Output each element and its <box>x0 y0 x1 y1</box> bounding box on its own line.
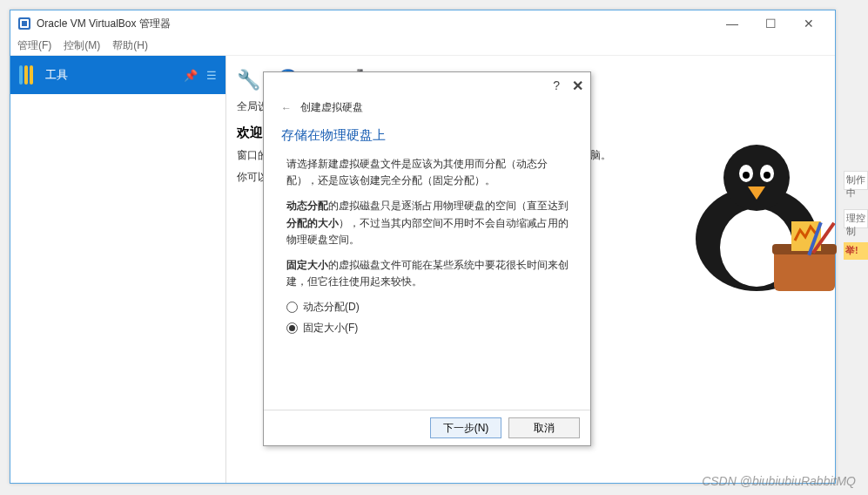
radio-fixed[interactable]: 固定大小(F) <box>286 320 573 336</box>
dialog-heading: 存储在物理硬盘上 <box>281 127 573 144</box>
svg-rect-2 <box>22 21 27 26</box>
next-button[interactable]: 下一步(N) <box>430 417 501 438</box>
tools-label: 工具 <box>45 67 68 83</box>
settings-icon[interactable]: 🔧 <box>237 69 260 92</box>
dialog-subtitle: 创建虚拟硬盘 <box>300 100 363 115</box>
dialog-footer: 下一步(N) 取消 <box>264 410 590 445</box>
radio-dynamic[interactable]: 动态分配(D) <box>286 299 573 315</box>
tools-item[interactable]: 工具 📌 ☰ <box>10 56 225 94</box>
menu-control[interactable]: 控制(M) <box>64 38 100 53</box>
maximize-button[interactable]: ☐ <box>751 11 790 36</box>
radio-icon <box>286 302 298 313</box>
menubar: 管理(F) 控制(M) 帮助(H) <box>10 37 835 56</box>
close-button[interactable]: ✕ <box>790 11 828 36</box>
radio-dynamic-label: 动态分配(D) <box>303 299 360 315</box>
dialog-titlebar: ? ✕ <box>264 72 590 98</box>
dialog-paragraph-2: 动态分配的虚拟磁盘只是逐渐占用物理硬盘的空间（直至达到分配的大小），不过当其内部… <box>286 198 573 248</box>
radio-icon-checked <box>286 322 298 334</box>
titlebar: Oracle VM VirtualBox 管理器 — ☐ ✕ <box>10 10 835 37</box>
virtualbox-icon <box>17 17 31 31</box>
sidebar: 工具 📌 ☰ <box>10 56 226 483</box>
svg-point-9 <box>764 172 770 179</box>
dialog-close-button[interactable]: ✕ <box>572 78 583 94</box>
svg-point-5 <box>723 145 790 211</box>
watermark: CSDN @biubiubiuRabbitMQ <box>702 474 856 488</box>
create-hdd-dialog: ? ✕ ← 创建虚拟硬盘 存储在物理硬盘上 请选择新建虚拟硬盘文件是应该为其使用… <box>263 71 591 446</box>
back-arrow-icon: ← <box>281 102 292 114</box>
window-title: Oracle VM VirtualBox 管理器 <box>37 17 171 31</box>
minimize-button[interactable]: — <box>713 11 751 36</box>
list-icon[interactable]: ☰ <box>206 69 217 82</box>
dialog-paragraph-1: 请选择新建虚拟硬盘文件是应该为其使用而分配（动态分配），还是应该创建完全分配（固… <box>286 156 573 189</box>
pin-icon[interactable]: 📌 <box>184 69 198 82</box>
dialog-paragraph-3: 固定大小的虚拟磁盘文件可能在某些系统中要花很长时间来创建，但它往往使用起来较快。 <box>286 257 573 290</box>
svg-point-8 <box>743 172 750 179</box>
menu-file[interactable]: 管理(F) <box>17 38 51 53</box>
penguin-illustration <box>661 117 852 309</box>
menu-help[interactable]: 帮助(H) <box>112 38 148 53</box>
cancel-button[interactable]: 取消 <box>508 417 580 438</box>
dialog-help-button[interactable]: ? <box>553 78 560 92</box>
dialog-back-row[interactable]: ← 创建虚拟硬盘 <box>281 100 573 115</box>
radio-fixed-label: 固定大小(F) <box>303 320 358 336</box>
tools-icon <box>19 65 33 85</box>
